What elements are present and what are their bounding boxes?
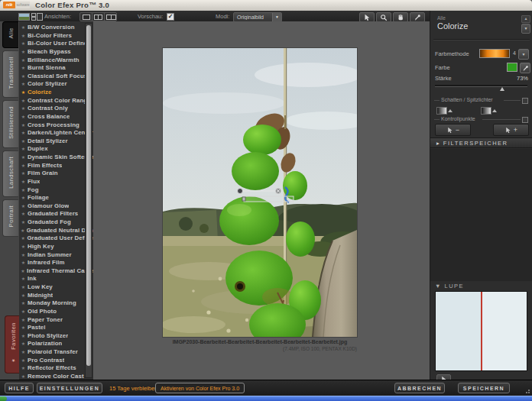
star-icon[interactable]: ★ bbox=[19, 210, 28, 218]
filter-list-item[interactable]: ★ High Key bbox=[19, 243, 93, 251]
filter-list-item[interactable]: ★ Classical Soft Focus bbox=[19, 73, 93, 81]
filter-list-item[interactable]: ★ Polarization bbox=[19, 340, 93, 348]
layout-icon[interactable] bbox=[31, 13, 41, 19]
filter-list-item[interactable]: ★ Graduated Neutral Density bbox=[19, 227, 93, 235]
filter-list-item[interactable]: ★ Low Key bbox=[19, 283, 93, 292]
speichern-button[interactable]: SPEICHERN bbox=[458, 383, 510, 393]
star-icon[interactable]: ★ bbox=[19, 243, 28, 251]
star-icon[interactable]: ★ bbox=[19, 292, 28, 300]
filter-list-item[interactable]: ★ Pro Contrast bbox=[19, 357, 93, 365]
vorschau-checkbox[interactable]: ✓ bbox=[167, 13, 174, 21]
filter-list-item[interactable]: ★ Foliage bbox=[19, 194, 93, 202]
filter-list-item[interactable]: ★ Brilliance/Warmth bbox=[19, 57, 93, 65]
star-icon[interactable]: ★ bbox=[19, 308, 28, 316]
staerke-slider-marker[interactable] bbox=[500, 87, 504, 91]
category-tab[interactable]: Traditionell bbox=[2, 50, 18, 98]
star-icon[interactable]: ★ bbox=[19, 194, 28, 202]
category-tab[interactable]: Alle bbox=[2, 21, 18, 48]
scrollbar-thumb[interactable] bbox=[86, 25, 91, 366]
star-icon[interactable]: ★ bbox=[19, 40, 28, 48]
filter-list-item[interactable]: ★ Remove Color Cast bbox=[19, 373, 93, 380]
star-icon[interactable]: ★ bbox=[19, 137, 28, 146]
star-icon[interactable]: ★ bbox=[19, 364, 28, 373]
filter-list-item[interactable]: ★ Dynamic Skin Softener bbox=[19, 154, 93, 162]
category-tab[interactable]: Landschaft bbox=[2, 150, 18, 198]
filter-list-item[interactable]: ★ Graduated Fog bbox=[19, 218, 93, 227]
filter-list-item[interactable]: ★ Contrast Color Range bbox=[19, 97, 93, 105]
filter-list-item[interactable]: ★ Bleach Bypass bbox=[19, 48, 93, 57]
filter-list-item[interactable]: ★ Film Grain bbox=[19, 170, 93, 178]
star-icon[interactable]: ★ bbox=[19, 227, 27, 235]
star-icon[interactable]: ★ bbox=[19, 24, 28, 32]
filter-list-item[interactable]: ★ Indian Summer bbox=[19, 251, 93, 260]
filter-list-item[interactable]: ★ Bi-Color Filters bbox=[19, 32, 93, 40]
star-icon[interactable]: ★ bbox=[19, 283, 28, 292]
star-icon[interactable]: ★ bbox=[19, 162, 28, 170]
farbmethode-swatch[interactable] bbox=[479, 49, 510, 58]
filter-dropdown-button[interactable]: ▼ bbox=[521, 24, 530, 34]
star-icon[interactable]: ★ bbox=[19, 32, 28, 40]
star-icon[interactable]: ★ bbox=[19, 80, 28, 89]
filter-list-item[interactable]: ★ Burnt Sienna bbox=[19, 64, 93, 73]
filter-list-item[interactable]: ★ Flux bbox=[19, 178, 93, 186]
star-icon[interactable]: ★ bbox=[19, 357, 28, 365]
filter-list-scrollbar[interactable] bbox=[85, 23, 92, 378]
star-icon[interactable]: ★ bbox=[19, 218, 28, 227]
filter-list-item[interactable]: ★ Polaroid Transfer bbox=[19, 348, 93, 357]
einstellungen-button[interactable]: EINSTELLUNGEN bbox=[37, 383, 102, 393]
farbe-color-swatch[interactable] bbox=[507, 63, 517, 72]
farbmethode-dropdown-button[interactable]: ▼ bbox=[518, 49, 529, 60]
spitzlichter-mini-slider[interactable] bbox=[481, 107, 491, 115]
filter-list-item[interactable]: ★ Duplex bbox=[19, 145, 93, 154]
filter-list-item[interactable]: ★ Graduated Filters bbox=[19, 210, 93, 218]
star-icon[interactable]: ★ bbox=[19, 251, 28, 260]
star-icon[interactable]: ★ bbox=[19, 48, 28, 57]
category-tab-favoriten[interactable]: Favoriten ★ bbox=[5, 315, 21, 374]
filterspeicher-header[interactable]: ▸ FILTERSPEICHER bbox=[430, 137, 532, 148]
resize-grip[interactable] bbox=[525, 388, 530, 393]
star-icon[interactable]: ★ bbox=[19, 234, 27, 243]
star-icon[interactable]: ★ bbox=[19, 340, 28, 348]
category-tab[interactable]: Stilisierend bbox=[2, 100, 18, 148]
star-icon[interactable]: ★ bbox=[19, 97, 28, 105]
schatten-expand-button[interactable] bbox=[522, 98, 528, 104]
star-icon[interactable]: ★ bbox=[19, 89, 28, 97]
star-icon[interactable]: ★ bbox=[19, 316, 28, 325]
filter-list-item[interactable]: ★ Darken/Lighten Center bbox=[19, 129, 93, 137]
star-icon[interactable]: ★ bbox=[19, 145, 28, 154]
star-icon[interactable]: ★ bbox=[19, 154, 28, 162]
star-icon[interactable]: ★ bbox=[19, 348, 28, 357]
star-icon[interactable]: ★ bbox=[19, 259, 28, 267]
activate-button[interactable]: Aktivieren von Color Efex Pro 3.0 bbox=[155, 383, 245, 393]
single-view-button[interactable] bbox=[80, 13, 92, 21]
star-icon[interactable]: ★ bbox=[19, 202, 28, 211]
kontrollpunkte-expand-button[interactable] bbox=[522, 117, 528, 123]
filter-list-item[interactable]: ★ Old Photo bbox=[19, 308, 93, 316]
filter-list-item[interactable]: ★ Reflector Effects bbox=[19, 364, 93, 373]
filter-scroll-up-button[interactable]: ▲ bbox=[521, 15, 530, 23]
schatten-mini-slider[interactable] bbox=[436, 107, 447, 115]
filter-list-item[interactable]: ★ B/W Conversion bbox=[19, 24, 93, 32]
control-point-minus-button[interactable]: − bbox=[435, 124, 471, 136]
star-icon[interactable]: ★ bbox=[19, 275, 28, 283]
filter-list-item[interactable]: ★ Infrared Film bbox=[19, 259, 93, 267]
filter-list-item[interactable]: ★ Cross Processing bbox=[19, 121, 93, 130]
star-icon[interactable]: ★ bbox=[19, 324, 28, 332]
star-icon[interactable]: ★ bbox=[19, 113, 28, 121]
filter-list-item[interactable]: ★ Paper Toner bbox=[19, 316, 93, 325]
star-icon[interactable]: ★ bbox=[19, 129, 28, 137]
thumbnail-preview-icon[interactable] bbox=[18, 13, 30, 21]
filter-list-item[interactable]: ★ Infrared Thermal Camera bbox=[19, 267, 93, 276]
split-view-button[interactable] bbox=[92, 13, 105, 21]
star-icon[interactable]: ★ bbox=[19, 105, 28, 113]
category-tab[interactable]: Portrait bbox=[2, 199, 18, 236]
star-icon[interactable]: ★ bbox=[19, 186, 28, 195]
filter-list-item[interactable]: ★ Fog bbox=[19, 186, 93, 195]
star-icon[interactable]: ★ bbox=[19, 332, 28, 341]
filter-list-item[interactable]: ★ Contrast Only bbox=[19, 105, 93, 113]
abbrechen-button[interactable]: ABBRECHEN bbox=[394, 383, 445, 393]
schatten-mini-marker[interactable] bbox=[448, 109, 453, 112]
filter-list-item[interactable]: ★ Pastel bbox=[19, 324, 93, 332]
filter-list-item[interactable]: ★ Photo Stylizer bbox=[19, 332, 93, 341]
filter-list-item[interactable]: ★ Glamour Glow bbox=[19, 202, 93, 211]
